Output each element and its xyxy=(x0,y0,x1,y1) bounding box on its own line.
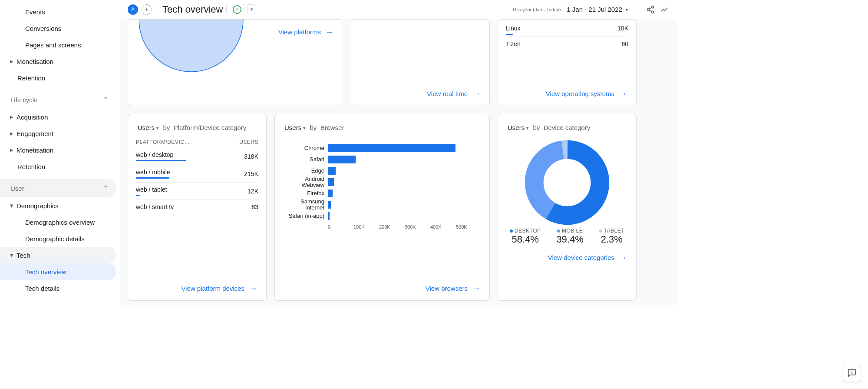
chevron-up-icon: ⌃ xyxy=(103,184,109,192)
title-dropdown[interactable]: ▾ xyxy=(248,4,256,14)
nav-events[interactable]: Events xyxy=(0,3,120,20)
date-range-picker[interactable]: 1 Jan - 21 Jul 2022 ▼ xyxy=(567,6,629,13)
legend-item: DESKTOP 58.4% xyxy=(510,228,541,245)
bar-row: Safari (in-app) xyxy=(283,210,482,222)
arrow-right-icon: → xyxy=(325,27,334,37)
card-browsers: Users▼ by Browser ChromeSafariEdgeAndroi… xyxy=(274,114,490,301)
table-row[interactable]: web / tablet12K xyxy=(136,183,258,200)
card-title: Users▼ by Platform/Device category xyxy=(128,114,266,136)
nav-section-lifecycle[interactable]: Life cycle ⌃ xyxy=(0,90,116,109)
platforms-chart xyxy=(139,19,252,80)
browser-bar-chart: ChromeSafariEdgeAndroid WebviewFirefoxSa… xyxy=(283,143,482,222)
metric-selector[interactable]: Users▼ xyxy=(284,124,306,132)
view-realtime-link[interactable]: View real time→ xyxy=(427,89,481,99)
view-platform-devices-link[interactable]: View platform devices→ xyxy=(181,283,257,293)
nav-tech-details[interactable]: Tech details xyxy=(0,280,120,296)
arrow-right-icon: → xyxy=(472,283,481,293)
view-os-link[interactable]: View operating systems→ xyxy=(546,89,627,99)
arrow-right-icon: → xyxy=(619,253,627,263)
arrow-right-icon: → xyxy=(472,89,481,99)
svg-line-3 xyxy=(649,7,652,9)
svg-point-1 xyxy=(647,8,650,10)
card-title: Users▼ by Device category xyxy=(498,114,636,136)
card-operating-systems: Linux10K Tizen60 View operating systems→ xyxy=(498,19,637,106)
nav-retention-1[interactable]: Retention xyxy=(0,70,120,86)
bar-row: Chrome xyxy=(283,143,482,154)
nav-demographics-overview[interactable]: Demographics overview xyxy=(0,214,120,230)
nav-monetisation-1[interactable]: ▸Monetisation xyxy=(0,53,120,70)
chevron-up-icon: ⌃ xyxy=(103,96,109,103)
bar-row: Android Webview xyxy=(283,176,482,188)
share-icon[interactable] xyxy=(645,4,656,15)
nav-monetisation-2[interactable]: ▸Monetisation xyxy=(0,142,120,158)
view-device-categories-link[interactable]: View device categories→ xyxy=(548,253,627,263)
bar-row: Edge xyxy=(283,165,482,176)
check-icon: ✓ xyxy=(233,5,241,14)
nav-conversions[interactable]: Conversions xyxy=(0,20,120,37)
table-row[interactable]: web / desktop318K xyxy=(136,148,258,165)
status-check[interactable]: ✓ xyxy=(226,4,244,15)
dimension-selector[interactable]: Device category xyxy=(544,124,591,132)
view-browsers-link[interactable]: View browsers→ xyxy=(426,283,481,293)
legend-item: TABLET 2.3% xyxy=(599,228,624,245)
nav-demographic-details[interactable]: Demographic details xyxy=(0,230,120,247)
dimension-selector[interactable]: Browser xyxy=(320,124,344,132)
card-realtime: View real time→ xyxy=(351,19,490,106)
donut-legend: DESKTOP 58.4% MOBILE 39.4% TABLET 2.3% xyxy=(498,228,636,245)
view-platforms-link[interactable]: View platforms→ xyxy=(278,27,334,37)
device-donut-chart xyxy=(524,139,611,226)
add-comparison-button[interactable]: + xyxy=(142,4,152,15)
arrow-right-icon: → xyxy=(619,89,627,99)
platform-device-table: PLATFORM/DEVIC…USERS web / desktop318K w… xyxy=(136,136,258,214)
card-platform-devices: Users▼ by Platform/Device category PLATF… xyxy=(128,114,267,301)
nav-section-user[interactable]: User ⌃ xyxy=(0,179,116,197)
svg-line-4 xyxy=(649,10,652,12)
page-title: Tech overview xyxy=(162,4,223,15)
nav-tech[interactable]: ▾Tech xyxy=(0,247,116,263)
table-row[interactable]: web / smart tv83 xyxy=(136,200,258,214)
topbar: A + Tech overview ✓ ▾ This year (Jan - T… xyxy=(120,0,677,19)
nav-demographics[interactable]: ▾Demographics xyxy=(0,197,120,214)
nav-tech-overview[interactable]: Tech overview xyxy=(0,263,116,280)
metric-selector[interactable]: Users▼ xyxy=(508,124,529,132)
table-row[interactable]: web / mobile215K xyxy=(136,165,258,183)
nav-retention-2[interactable]: Retention xyxy=(0,158,120,175)
os-row: Tizen60 xyxy=(498,40,636,48)
bar-row: Safari xyxy=(283,154,482,165)
date-preset-label: This year (Jan - Today) xyxy=(512,7,561,12)
arrow-right-icon: → xyxy=(249,283,257,293)
bar-row: Samsung Internet xyxy=(283,199,482,210)
insights-icon[interactable] xyxy=(659,4,670,15)
svg-point-0 xyxy=(652,6,654,8)
metric-selector[interactable]: Users▼ xyxy=(138,124,159,132)
dimension-selector[interactable]: Platform/Device category xyxy=(174,124,247,132)
nav-engagement[interactable]: ▸Engagement xyxy=(0,125,120,142)
svg-point-5 xyxy=(139,19,243,72)
card-platforms: View platforms→ xyxy=(128,19,343,106)
report-canvas: View platforms→ View real time→ Linux10K… xyxy=(120,19,677,305)
chart-axis: 0100K200K300K400K500K xyxy=(328,224,482,229)
sidebar: Events Conversions Pages and screens ▸Mo… xyxy=(0,0,120,305)
svg-point-2 xyxy=(652,11,654,13)
segment-avatar[interactable]: A xyxy=(128,4,138,15)
bar-row: Firefox xyxy=(283,188,482,199)
os-row: Linux10K xyxy=(498,24,636,33)
card-device-category: Users▼ by Device category DESKTO xyxy=(498,114,637,301)
legend-item: MOBILE 39.4% xyxy=(556,228,583,245)
card-title: Users▼ by Browser xyxy=(275,114,489,136)
nav-acquisition[interactable]: ▸Acquisition xyxy=(0,109,120,125)
nav-pages[interactable]: Pages and screens xyxy=(0,37,120,53)
